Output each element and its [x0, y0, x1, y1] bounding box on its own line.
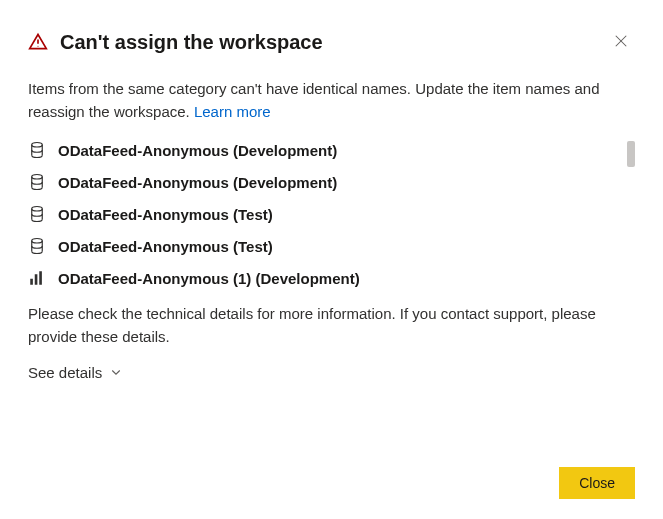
svg-point-6 — [32, 207, 43, 212]
title-wrap: Can't assign the workspace — [28, 30, 323, 54]
dialog-message: Items from the same category can't have … — [28, 78, 635, 123]
database-icon — [28, 173, 46, 191]
close-icon-button[interactable] — [607, 28, 635, 56]
conflict-list-container: ODataFeed-Anonymous (Development) ODataF… — [28, 141, 635, 287]
bar-chart-icon — [28, 269, 46, 287]
message-text: Items from the same category can't have … — [28, 80, 600, 120]
list-item-label: ODataFeed-Anonymous (Development) — [58, 174, 337, 191]
list-item: ODataFeed-Anonymous (Test) — [28, 237, 617, 255]
svg-point-7 — [32, 239, 43, 244]
chevron-down-icon — [110, 364, 122, 381]
close-icon — [614, 34, 628, 51]
database-icon — [28, 141, 46, 159]
see-details-toggle[interactable]: See details — [28, 364, 635, 381]
list-item: ODataFeed-Anonymous (1) (Development) — [28, 269, 617, 287]
list-item-label: ODataFeed-Anonymous (Test) — [58, 206, 273, 223]
svg-point-5 — [32, 175, 43, 180]
svg-rect-10 — [39, 271, 42, 285]
database-icon — [28, 237, 46, 255]
close-button[interactable]: Close — [559, 467, 635, 499]
database-icon — [28, 205, 46, 223]
list-item: ODataFeed-Anonymous (Development) — [28, 141, 617, 159]
list-item-label: ODataFeed-Anonymous (Development) — [58, 142, 337, 159]
svg-point-4 — [32, 143, 43, 148]
dialog-title: Can't assign the workspace — [60, 30, 323, 54]
technical-note: Please check the technical details for m… — [28, 303, 635, 348]
scrollbar-thumb[interactable] — [627, 141, 635, 167]
svg-point-1 — [38, 46, 39, 47]
list-item: ODataFeed-Anonymous (Development) — [28, 173, 617, 191]
dialog-footer: Close — [28, 449, 635, 499]
warning-icon — [28, 32, 48, 52]
list-item-label: ODataFeed-Anonymous (Test) — [58, 238, 273, 255]
see-details-label: See details — [28, 364, 102, 381]
dialog-header: Can't assign the workspace — [28, 28, 635, 56]
list-item: ODataFeed-Anonymous (Test) — [28, 205, 617, 223]
list-item-label: ODataFeed-Anonymous (1) (Development) — [58, 270, 360, 287]
conflict-list: ODataFeed-Anonymous (Development) ODataF… — [28, 141, 617, 287]
svg-rect-9 — [35, 274, 38, 285]
learn-more-link[interactable]: Learn more — [194, 103, 271, 120]
error-dialog: Can't assign the workspace Items from th… — [0, 0, 663, 519]
svg-rect-8 — [30, 279, 33, 285]
